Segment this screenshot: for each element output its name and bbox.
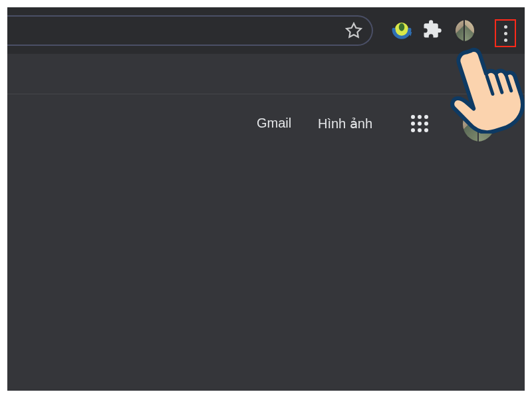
profile-avatar-icon[interactable]: [454, 19, 478, 43]
browser-toolbar: [7, 7, 525, 54]
extensions-icon[interactable]: [422, 19, 445, 42]
svg-line-3: [487, 76, 493, 94]
star-icon[interactable]: [345, 22, 362, 39]
google-apps-icon[interactable]: [411, 115, 428, 132]
images-link[interactable]: Hình ảnh: [318, 116, 372, 132]
svg-marker-0: [346, 23, 361, 37]
svg-line-4: [496, 74, 502, 92]
toolbar-separator: [7, 94, 525, 94]
address-bar[interactable]: [7, 15, 373, 46]
browser-window: Gmail Hình ảnh: [7, 7, 525, 391]
svg-line-5: [506, 74, 511, 91]
svg-point-2: [399, 23, 405, 31]
chrome-menu-button[interactable]: [495, 19, 516, 47]
google-account-avatar[interactable]: [462, 106, 499, 143]
gmail-link[interactable]: Gmail: [257, 116, 291, 131]
idm-extension-icon[interactable]: [390, 19, 413, 42]
